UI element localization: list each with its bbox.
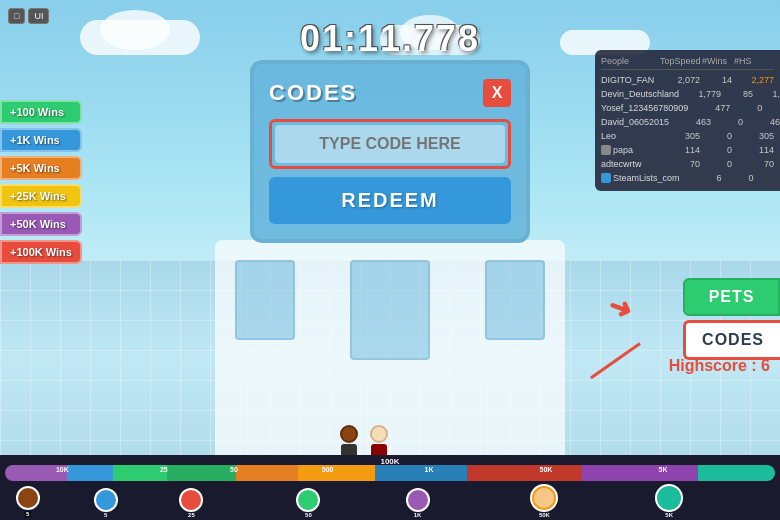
wins-50k[interactable]: +50K Wins — [0, 212, 82, 236]
ui-button-2[interactable]: UI — [28, 8, 49, 24]
lb-hs-6: 114 — [734, 145, 774, 155]
codes-button[interactable]: CODES — [683, 320, 780, 360]
ui-button-1[interactable]: □ — [8, 8, 25, 24]
lb-header: People TopSpeed #Wins #HS — [601, 56, 774, 70]
prog-label-1: 10K — [56, 466, 69, 473]
prog-label-2: 25 — [160, 466, 168, 473]
lb-speed-6: 114 — [660, 145, 700, 155]
lb-avatar-8 — [601, 173, 611, 183]
leaderboard-panel: People TopSpeed #Wins #HS DIGITO_FAN 2,0… — [595, 50, 780, 191]
lb-row-1: DIGITO_FAN 2,072 14 2,277 — [601, 73, 774, 87]
player-label-7: 5K — [665, 512, 673, 518]
lb-row-4: David_06052015 463 0 463 — [601, 115, 774, 129]
building-window-center — [350, 260, 430, 360]
lb-hs-4: 463 — [745, 117, 780, 127]
character-1 — [340, 425, 358, 458]
lb-wins-8: 0 — [724, 173, 754, 183]
prog-seg-2 — [67, 465, 113, 481]
building-window-right — [485, 260, 545, 340]
player-label-1: 5 — [24, 510, 31, 518]
top-left-ui: □ UI — [8, 8, 49, 24]
player-avatar-2 — [94, 488, 118, 512]
progress-bar-area: 100K 10K 25 50 500 1K 50K 5K 5 — [0, 455, 780, 520]
lb-row-3: Yosef_123456780909 477 0 477 — [601, 101, 774, 115]
lb-name-4: David_06052015 — [601, 117, 669, 127]
highscore-display: Highscore : 6 — [669, 357, 770, 375]
lb-row-7: adtecwrtw 70 0 70 — [601, 157, 774, 171]
char-head-2 — [370, 425, 388, 443]
wins-100k[interactable]: +100K Wins — [0, 240, 82, 264]
modal-close-button[interactable]: X — [483, 79, 511, 107]
prog-seg-4 — [167, 465, 236, 481]
player-pos-2: 5 — [94, 488, 118, 518]
right-action-buttons: PETS CODES — [683, 278, 780, 360]
codes-modal: CODES X REDEEM — [250, 60, 530, 243]
code-input[interactable] — [275, 125, 505, 163]
player-avatar-3 — [179, 488, 203, 512]
modal-header: CODES X — [269, 79, 511, 107]
lb-name-6: papa — [601, 145, 658, 155]
prog-seg-5 — [236, 465, 298, 481]
player-avatar-1 — [16, 486, 40, 510]
prog-label-3: 50 — [230, 466, 238, 473]
prog-seg-10 — [698, 465, 775, 481]
lb-col-hs: #HS — [734, 56, 774, 66]
highscore-value: 6 — [761, 357, 770, 374]
character-2 — [370, 425, 388, 458]
prog-seg-9 — [582, 465, 698, 481]
lb-hs-3: 477 — [764, 103, 780, 113]
player-label-4: 50 — [305, 512, 312, 518]
wins-100[interactable]: +100 Wins — [0, 100, 82, 124]
player-avatar-4 — [296, 488, 320, 512]
code-input-wrapper — [269, 119, 511, 169]
lb-speed-5: 305 — [660, 131, 700, 141]
lb-wins-6: 0 — [702, 145, 732, 155]
lb-wins-1: 14 — [702, 75, 732, 85]
player-pos-3: 25 — [179, 488, 203, 518]
lb-row-5: Leo 305 0 305 — [601, 129, 774, 143]
player-pos-1: 5 — [16, 486, 40, 518]
lb-col-people: People — [601, 56, 658, 66]
game-background: 01:11.778 □ UI +100 Wins +1K Wins +5K Wi… — [0, 0, 780, 520]
lb-wins-2: 85 — [723, 89, 753, 99]
wins-25k[interactable]: +25K Wins — [0, 184, 82, 208]
lb-hs-5: 305 — [734, 131, 774, 141]
lb-speed-1: 2,072 — [660, 75, 700, 85]
redeem-button[interactable]: REDEEM — [269, 177, 511, 224]
lb-name-2: Devin_Deutschland — [601, 89, 679, 99]
player-pos-5: 1K — [406, 488, 430, 518]
prog-seg-7 — [375, 465, 467, 481]
player-face-6 — [534, 488, 554, 508]
lb-row-2: Devin_Deutschland 1,779 85 1,779 — [601, 87, 774, 101]
game-timer: 01:11.778 — [300, 18, 480, 60]
lb-name-3: Yosef_123456780909 — [601, 103, 688, 113]
lb-name-1: DIGITO_FAN — [601, 75, 658, 85]
lb-hs-2: 1,779 — [755, 89, 780, 99]
prog-label-4: 500 — [322, 466, 334, 473]
wins-1k[interactable]: +1K Wins — [0, 128, 82, 152]
player-label-6: 50K — [539, 512, 550, 518]
lb-avatar-6 — [601, 145, 611, 155]
lb-wins-3: 0 — [732, 103, 762, 113]
lb-speed-7: 70 — [660, 159, 700, 169]
lb-col-topspeed: TopSpeed — [660, 56, 700, 66]
player-pos-7: 5K — [655, 484, 683, 518]
wins-5k[interactable]: +5K Wins — [0, 156, 82, 180]
player-pos-6: 50K — [530, 484, 558, 518]
char-head-1 — [340, 425, 358, 443]
player-label-5: 1K — [414, 512, 422, 518]
lb-hs-7: 70 — [734, 159, 774, 169]
wins-panel: +100 Wins +1K Wins +5K Wins +25K Wins +5… — [0, 100, 82, 264]
cloud-2 — [100, 10, 170, 50]
lb-name-7: adtecwrtw — [601, 159, 658, 169]
modal-title: CODES — [269, 80, 357, 106]
lb-col-wins: #Wins — [702, 56, 732, 66]
prog-label-7: 5K — [659, 466, 668, 473]
player-label-3: 25 — [188, 512, 195, 518]
prog-seg-8 — [467, 465, 583, 481]
prog-label-5: 1K — [425, 466, 434, 473]
player-avatar-6 — [530, 484, 558, 512]
lb-wins-4: 0 — [713, 117, 743, 127]
highscore-label: Highscore : — [669, 357, 757, 374]
pets-button[interactable]: PETS — [683, 278, 780, 316]
